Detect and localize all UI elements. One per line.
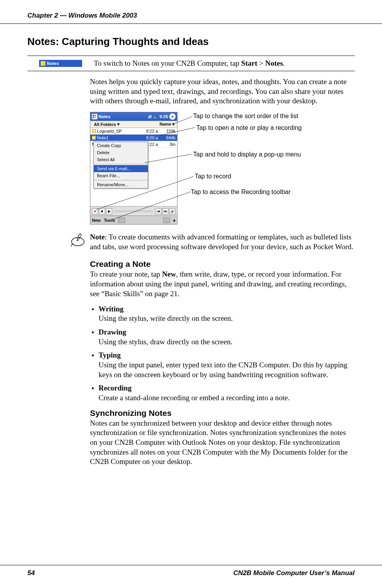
banner-period: . [283,59,285,67]
note-time: 9:22 a [138,129,158,133]
page-number: 54 [27,569,35,577]
sync-text: Notes can be synchronized between your d… [90,419,355,467]
note-name: Logoadd_SP [97,129,122,133]
bullet-recording: Recording Create a stand-alone recording… [90,383,355,403]
creating-new: New [162,270,176,278]
recording-toolbar: ● ■ ▶ ⏮ ⏭ 🔊 [90,206,177,216]
menu-beam-file[interactable]: Beam File... [94,172,148,179]
menu-create-copy[interactable]: Create Copy [94,142,148,149]
pencil-note-icon [70,232,86,249]
banner-gt: > [257,59,265,67]
bullet-text: Using the input panel, enter typed text … [99,361,347,379]
creating-pre: To create your note, tap [90,270,162,278]
creating-bullets: Writing Using the stylus, write directly… [90,304,355,403]
note-label: Note [90,233,105,241]
banner-start: Start [241,59,257,67]
note-icon [92,129,96,133]
bullet-heading: Typing [99,351,121,359]
svg-rect-3 [95,117,96,118]
bullet-text: Using the stylus, draw directly on the s… [99,338,232,346]
windows-flag-icon[interactable] [92,114,97,119]
note-body: : To create documents with advanced form… [90,233,353,251]
next-button[interactable]: ⏭ [162,208,169,214]
chevron-up-icon[interactable]: ▴ [173,218,176,223]
note-callout-row: Note: To create documents with advanced … [70,232,355,252]
note-size: 944b [158,135,176,140]
input-panel-icon[interactable] [163,218,170,223]
note-icon [92,136,96,140]
recording-toggle-icon[interactable] [118,218,125,223]
bullet-heading: Recording [99,384,131,392]
list-item[interactable]: Logoadd_SP 9:22 a 159k [90,128,177,135]
intro-block: Notes helps you quickly capture your ide… [90,77,355,225]
callout-recording-toolbar: Tap to access the Recording toolbar [191,189,291,196]
callout-sort-order: Tap to change the sort order of the list [193,113,298,120]
menu-select-all[interactable]: Select All [94,156,148,163]
note-name: Note1 [97,135,108,140]
chevron-down-icon: ▾ [172,122,175,126]
tools-button[interactable]: Tools [104,218,115,223]
screenshot-figure: Notes ⇄ 🔈 9:25 ✕ All Folders ▾ Name ▾ [90,112,355,225]
svg-rect-0 [93,115,94,116]
manual-title: CN2B Mobile Computer User’s Manual [233,569,355,577]
banner-text: To switch to Notes on your CN2B Computer… [94,59,285,68]
menu-delete[interactable]: Delete [94,149,148,156]
page-header: Chapter 2 — Windows Mobile 2003 [0,0,382,24]
banner-pre: To switch to Notes on your CN2B Computer… [94,59,241,67]
pda-folder-bar[interactable]: All Folders ▾ Name ▾ [90,121,177,128]
notes-banner: Notes To switch to Notes on your CN2B Co… [27,56,355,71]
callout-open-note: Tap to open a note or play a recording [196,124,302,131]
menu-rename-move[interactable]: Rename/Move... [94,181,148,188]
creating-lead: To create your note, tap New, then write… [90,270,355,298]
bullet-typing: Typing Using the input panel, enter type… [90,351,355,379]
notes-icon-label: Notes [47,61,59,66]
menu-send-email[interactable]: Send via E-mail... [94,165,148,172]
context-menu: Create Copy Delete Select All Send via E… [93,142,148,189]
folders-label: All Folders [94,122,116,127]
svg-rect-2 [93,117,94,118]
sort-label[interactable]: Name [160,122,171,126]
banner-notes: Notes [265,59,283,67]
pda-app-title: Notes [99,114,111,119]
bullet-drawing: Drawing Using the stylus, draw directly … [90,327,355,347]
stop-button[interactable]: ■ [99,208,105,214]
record-button[interactable]: ● [92,208,98,214]
play-button[interactable]: ▶ [106,208,112,214]
notes-app-icon: Notes [39,60,82,67]
pda-titlebar[interactable]: Notes ⇄ 🔈 9:25 ✕ [90,112,177,121]
sync-heading: Synchronizing Notes [90,408,355,418]
pda-screenshot: Notes ⇄ 🔈 9:25 ✕ All Folders ▾ Name ▾ [90,112,178,225]
bullet-heading: Writing [99,305,124,313]
note-text: Note: To create documents with advanced … [90,232,355,252]
section-title: Notes: Capturing Thoughts and Ideas [27,36,355,48]
note-size: 159k [158,129,176,133]
bullet-writing: Writing Using the stylus, write directly… [90,304,355,324]
list-item[interactable]: Note1 9:20 a 944b [90,135,177,141]
note-size: 3m [158,142,176,147]
note-time: 9:20 a [138,135,158,140]
menu-divider [94,180,148,180]
connectivity-icon[interactable]: ⇄ [148,114,152,119]
intro-text: Notes helps you quickly capture your ide… [90,77,355,106]
callout-tap-record: Tap to record [195,173,231,180]
creating-block: Creating a Note To create your note, tap… [90,259,355,467]
page-footer: 54 CN2B Mobile Computer User’s Manual [0,565,382,577]
chevron-down-icon: ▾ [117,122,120,127]
callout-popup-menu: Tap and hold to display a pop-up menu [193,151,301,158]
menu-divider [94,164,148,164]
prev-button[interactable]: ⏮ [155,208,161,214]
volume-icon[interactable]: 🔈 [153,114,158,119]
pda-time: 9:25 [160,114,168,119]
creating-heading: Creating a Note [90,259,355,269]
new-button[interactable]: New [92,218,101,223]
svg-rect-1 [95,115,96,116]
playback-slider[interactable] [115,210,153,212]
notes-glyph-icon [41,61,45,66]
chapter-label: Chapter 2 — Windows Mobile 2003 [27,12,137,20]
volume-button[interactable]: 🔊 [169,208,176,214]
bullet-text: Create a stand-alone recording or embed … [99,394,290,402]
bullet-text: Using the stylus, write directly on the … [99,314,233,322]
pda-bottom-bar: New Tools ▴ [90,216,177,224]
close-icon[interactable]: ✕ [169,113,176,120]
bullet-heading: Drawing [99,328,126,336]
